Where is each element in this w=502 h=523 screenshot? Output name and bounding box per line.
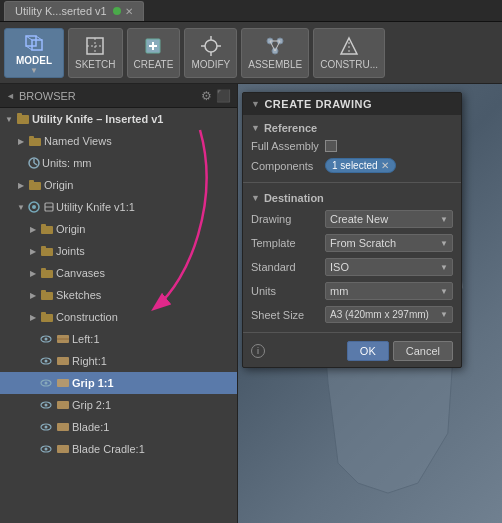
reference-arrow: ▼ xyxy=(251,123,260,133)
drawing-label: Drawing xyxy=(251,213,321,225)
ok-button[interactable]: OK xyxy=(347,341,389,361)
list-item-label: Utility Knife v1:1 xyxy=(56,201,135,213)
assemble-button[interactable]: ASSEMBLE xyxy=(241,28,309,78)
eye-visibility-icon xyxy=(40,443,52,455)
list-item[interactable]: ▶ Origin xyxy=(0,174,237,196)
list-item[interactable]: Grip 1:1 xyxy=(0,372,237,394)
standard-row: Standard ISO ▼ xyxy=(251,255,453,279)
svg-point-52 xyxy=(45,360,48,363)
standard-value: ISO xyxy=(330,261,349,273)
svg-rect-27 xyxy=(29,136,34,139)
toolbar: MODEL ▼ SKETCH CREATE xyxy=(0,22,502,84)
browser-content: ▼ Utility Knife – Inserted v1 ▶ Named Vi… xyxy=(0,108,237,523)
eye-visibility-icon xyxy=(40,333,52,345)
main-tab[interactable]: Utility K...serted v1 ✕ xyxy=(4,1,144,21)
body-icon xyxy=(56,443,70,455)
origin2-arrow: ▶ xyxy=(28,224,38,234)
list-item[interactable]: Blade:1 xyxy=(0,416,237,438)
units-dropdown-arrow: ▼ xyxy=(440,287,448,296)
svg-rect-39 xyxy=(41,248,53,256)
destination-header: ▼ Destination xyxy=(251,189,453,207)
svg-rect-45 xyxy=(41,314,53,322)
browser-settings-icon[interactable]: ⚙ xyxy=(201,89,212,103)
sheet-size-dropdown[interactable]: A3 (420mm x 297mm) ▼ xyxy=(325,306,453,323)
list-item[interactable]: Blade Cradle:1 xyxy=(0,438,237,460)
list-item[interactable]: ▼ Utility Knife v1:1 xyxy=(0,196,237,218)
browser-expand-icon[interactable]: ⬛ xyxy=(216,89,231,103)
components-remove-button[interactable]: ✕ xyxy=(381,160,389,171)
eye-visibility-icon xyxy=(40,399,52,411)
list-item-label: Units: mm xyxy=(42,157,92,169)
svg-rect-40 xyxy=(41,246,46,249)
browser-header: ◄ BROWSER ⚙ ⬛ xyxy=(0,84,237,108)
browser-collapse-icon[interactable]: ◄ xyxy=(6,91,15,101)
model-label: MODEL xyxy=(16,55,52,66)
sheet-size-value: A3 (420mm x 297mm) xyxy=(330,309,429,320)
svg-rect-31 xyxy=(29,182,41,190)
body-icon xyxy=(56,421,70,433)
drawing-row: Drawing Create New ▼ xyxy=(251,207,453,231)
list-item[interactable]: Left:1 xyxy=(0,328,237,350)
svg-rect-41 xyxy=(41,270,53,278)
dialog-title-arrow: ▼ xyxy=(251,99,260,109)
construct-button[interactable]: CONSTRU... xyxy=(313,28,385,78)
components-label: Components xyxy=(251,160,321,172)
components-count: 1 selected xyxy=(332,160,378,171)
list-item[interactable]: Units: mm xyxy=(0,152,237,174)
list-item[interactable]: ▶ Construction xyxy=(0,306,237,328)
list-item[interactable]: ▶ Joints xyxy=(0,240,237,262)
modify-button[interactable]: MODIFY xyxy=(184,28,237,78)
list-item[interactable]: ▶ Sketches xyxy=(0,284,237,306)
list-item-label: Grip 2:1 xyxy=(72,399,111,411)
list-item-label: Construction xyxy=(56,311,118,323)
list-item[interactable]: Grip 2:1 xyxy=(0,394,237,416)
standard-dropdown[interactable]: ISO ▼ xyxy=(325,258,453,276)
full-assembly-checkbox[interactable] xyxy=(325,140,337,152)
svg-point-11 xyxy=(205,40,217,52)
construction-arrow: ▶ xyxy=(28,312,38,322)
sketch-button[interactable]: SKETCH xyxy=(68,28,123,78)
units-value: mm xyxy=(330,285,348,297)
divider xyxy=(243,182,461,183)
info-icon-label: i xyxy=(257,346,259,356)
sheet-size-dropdown-arrow: ▼ xyxy=(440,310,448,319)
dialog-title-label: CREATE DRAWING xyxy=(264,98,372,110)
create-button[interactable]: CREATE xyxy=(127,28,181,78)
dialog-title-bar: ▼ CREATE DRAWING xyxy=(243,93,461,115)
utility-knife-arrow: ▼ xyxy=(16,202,26,212)
svg-point-58 xyxy=(45,404,48,407)
list-item-label: Right:1 xyxy=(72,355,107,367)
list-item[interactable]: ▶ Canvases xyxy=(0,262,237,284)
list-item-label: Named Views xyxy=(44,135,112,147)
standard-label: Standard xyxy=(251,261,321,273)
cancel-button[interactable]: Cancel xyxy=(393,341,453,361)
template-dropdown[interactable]: From Scratch ▼ xyxy=(325,234,453,252)
list-item[interactable]: ▶ Named Views xyxy=(0,130,237,152)
list-item-label: Origin xyxy=(44,179,73,191)
body-icon xyxy=(56,377,70,389)
components-pill[interactable]: 1 selected ✕ xyxy=(325,158,396,173)
main-layout: ◄ BROWSER ⚙ ⬛ ▼ Utility Knife – Inserted… xyxy=(0,84,502,523)
folder-icon xyxy=(40,223,54,235)
info-button[interactable]: i xyxy=(251,344,265,358)
footer-divider xyxy=(243,332,461,333)
svg-rect-62 xyxy=(57,423,69,431)
assemble-label: ASSEMBLE xyxy=(248,59,302,70)
svg-point-64 xyxy=(45,448,48,451)
list-item[interactable]: ▶ Origin xyxy=(0,218,237,240)
full-assembly-value xyxy=(325,140,453,152)
svg-point-48 xyxy=(45,338,48,341)
destination-arrow: ▼ xyxy=(251,193,260,203)
units-dropdown[interactable]: mm ▼ xyxy=(325,282,453,300)
drawing-dropdown[interactable]: Create New ▼ xyxy=(325,210,453,228)
tree-root-item[interactable]: ▼ Utility Knife – Inserted v1 xyxy=(0,108,237,130)
svg-rect-44 xyxy=(41,290,46,293)
tab-close-button[interactable]: ✕ xyxy=(125,6,133,17)
sheet-size-row: Sheet Size A3 (420mm x 297mm) ▼ xyxy=(251,303,453,326)
model-button[interactable]: MODEL ▼ xyxy=(4,28,64,78)
browser-title: BROWSER xyxy=(19,90,197,102)
list-item[interactable]: Right:1 xyxy=(0,350,237,372)
svg-line-30 xyxy=(34,163,37,165)
svg-point-61 xyxy=(45,426,48,429)
template-row: Template From Scratch ▼ xyxy=(251,231,453,255)
